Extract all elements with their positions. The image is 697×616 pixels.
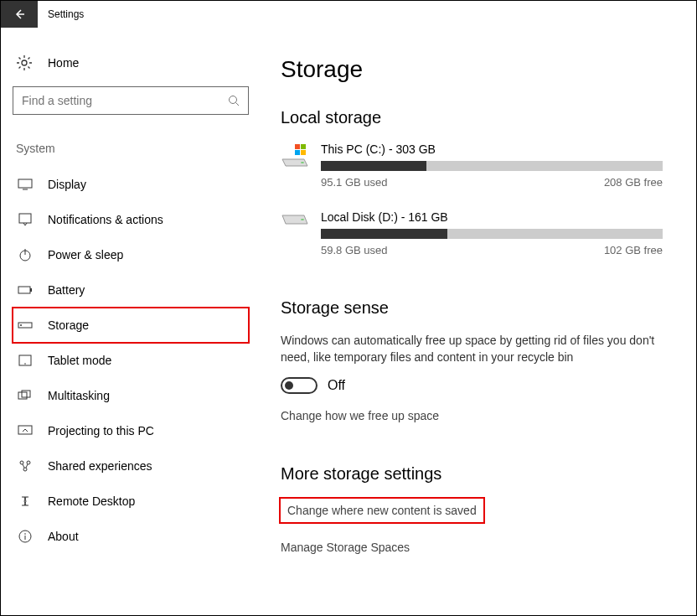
drive-c-bar [321, 161, 663, 171]
battery-icon [18, 282, 33, 298]
svg-point-21 [24, 533, 26, 535]
nav-label: Tablet mode [48, 354, 111, 367]
svg-rect-25 [295, 150, 300, 155]
svg-rect-14 [18, 392, 27, 399]
nav-label: Multitasking [48, 389, 110, 402]
info-icon [18, 529, 33, 544]
svg-line-2 [236, 103, 240, 106]
svg-rect-23 [295, 144, 300, 149]
svg-point-18 [27, 461, 30, 464]
svg-point-0 [22, 60, 27, 65]
storage-icon [18, 318, 33, 333]
home-label: Home [48, 56, 79, 70]
sidebar: Home System Display Notifications & acti… [1, 28, 261, 615]
nav-label: Display [48, 178, 86, 191]
nav-label: Notifications & actions [48, 213, 163, 226]
change-free-up-link[interactable]: Change how we free up space [281, 409, 663, 422]
svg-rect-3 [18, 179, 32, 188]
projecting-icon [18, 423, 33, 438]
nav-label: About [48, 530, 79, 543]
drive-d-used: 59.8 GB used [321, 244, 388, 256]
svg-point-17 [20, 461, 23, 464]
nav-projecting[interactable]: Projecting to this PC [13, 413, 249, 448]
drive-d[interactable]: Local Disk (D:) - 161 GB 59.8 GB used 10… [281, 210, 663, 256]
drive-d-icon [281, 212, 309, 234]
nav-power[interactable]: Power & sleep [13, 237, 249, 272]
nav-battery[interactable]: Battery [13, 272, 249, 308]
nav-multitasking[interactable]: Multitasking [13, 378, 249, 413]
svg-rect-24 [301, 144, 306, 149]
back-button[interactable] [1, 1, 38, 28]
nav-notifications[interactable]: Notifications & actions [13, 202, 249, 237]
local-storage-heading: Local storage [281, 108, 663, 127]
manage-storage-spaces-link[interactable]: Manage Storage Spaces [281, 541, 663, 554]
svg-point-11 [20, 324, 22, 326]
nav-storage[interactable]: Storage [13, 308, 249, 343]
svg-rect-15 [22, 391, 30, 397]
nav-label: Projecting to this PC [48, 424, 154, 437]
drive-c-free: 208 GB free [604, 176, 663, 189]
svg-rect-9 [30, 288, 32, 292]
nav-label: Power & sleep [48, 248, 123, 261]
search-input[interactable] [13, 86, 249, 115]
drive-c-name: This PC (C:) - 303 GB [321, 142, 663, 156]
drive-c[interactable]: This PC (C:) - 303 GB 95.1 GB used 208 G… [281, 142, 663, 189]
arrow-left-icon [13, 8, 26, 21]
sidebar-section: System [13, 138, 249, 167]
svg-point-27 [301, 162, 304, 163]
main-content: Storage Local storage This PC (C:) - 303… [261, 28, 696, 615]
remote-icon [18, 494, 33, 509]
multitasking-icon [18, 388, 33, 403]
drive-c-icon [281, 144, 309, 166]
nav-remote[interactable]: Remote Desktop [13, 484, 249, 519]
storage-sense-desc: Windows can automatically free up space … [281, 333, 663, 365]
svg-point-28 [301, 219, 304, 220]
shared-icon [18, 458, 33, 474]
svg-rect-16 [18, 426, 32, 434]
nav-display[interactable]: Display [13, 167, 249, 202]
toggle-label: Off [328, 378, 345, 393]
nav-label: Storage [48, 318, 89, 332]
search-field[interactable] [22, 94, 228, 107]
nav-shared[interactable]: Shared experiences [13, 448, 249, 484]
window-title: Settings [38, 8, 84, 20]
svg-rect-26 [301, 150, 306, 155]
change-save-location-link[interactable]: Change where new content is saved [281, 499, 483, 522]
display-icon [18, 177, 33, 192]
drive-d-bar [321, 229, 663, 239]
storage-sense-heading: Storage sense [281, 298, 663, 318]
drive-c-used: 95.1 GB used [321, 176, 388, 189]
tablet-icon [18, 353, 33, 368]
home-nav[interactable]: Home [13, 48, 249, 86]
drive-d-free: 102 GB free [604, 244, 663, 256]
gear-icon [16, 54, 33, 71]
nav-label: Shared experiences [48, 459, 152, 473]
more-settings-heading: More storage settings [281, 464, 663, 484]
nav-about[interactable]: About [13, 519, 249, 554]
nav-tablet[interactable]: Tablet mode [13, 343, 249, 378]
power-icon [18, 247, 33, 262]
nav-label: Remote Desktop [48, 494, 135, 508]
page-title: Storage [281, 56, 663, 83]
nav-label: Battery [48, 283, 85, 297]
svg-point-19 [23, 468, 27, 471]
storage-sense-toggle[interactable] [281, 377, 318, 394]
svg-rect-5 [19, 214, 31, 223]
search-icon [228, 95, 240, 106]
svg-rect-8 [18, 287, 30, 293]
drive-d-name: Local Disk (D:) - 161 GB [321, 210, 663, 224]
svg-point-13 [24, 363, 26, 365]
notification-icon [18, 212, 33, 227]
svg-point-1 [230, 96, 237, 104]
